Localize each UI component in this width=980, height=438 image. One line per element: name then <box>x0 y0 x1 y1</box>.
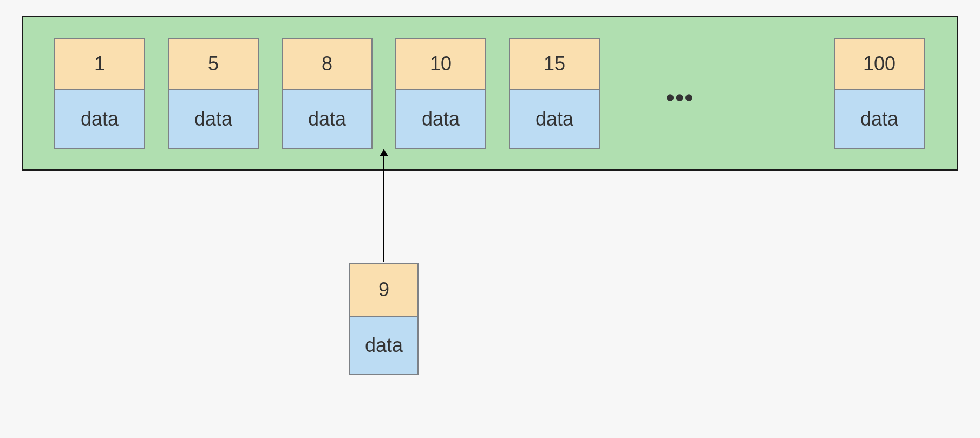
node-key: 9 <box>349 263 419 317</box>
ellipsis-icon: ••• <box>666 84 694 111</box>
node-key: 5 <box>168 38 259 90</box>
node-key: 1 <box>54 38 145 90</box>
node-data: data <box>168 90 259 149</box>
arrow-head-icon <box>380 149 388 156</box>
array-node: 15 data <box>509 38 600 149</box>
node-key: 15 <box>509 38 600 90</box>
node-data: data <box>282 90 373 149</box>
node-key: 8 <box>282 38 373 90</box>
array-node: 1 data <box>54 38 145 149</box>
node-key: 10 <box>395 38 486 90</box>
array-node: 100 data <box>834 38 925 149</box>
array-node: 10 data <box>395 38 486 149</box>
node-data: data <box>349 317 419 375</box>
insert-arrow <box>383 156 384 262</box>
array-node: 8 data <box>282 38 373 149</box>
node-data: data <box>509 90 600 149</box>
array-node: 5 data <box>168 38 259 149</box>
array-container <box>22 16 958 171</box>
insert-node: 9 data <box>349 263 419 375</box>
node-data: data <box>834 90 925 149</box>
node-data: data <box>395 90 486 149</box>
node-key: 100 <box>834 38 925 90</box>
diagram-canvas: 1 data 5 data 8 data 10 data 15 data •••… <box>0 0 980 438</box>
node-data: data <box>54 90 145 149</box>
